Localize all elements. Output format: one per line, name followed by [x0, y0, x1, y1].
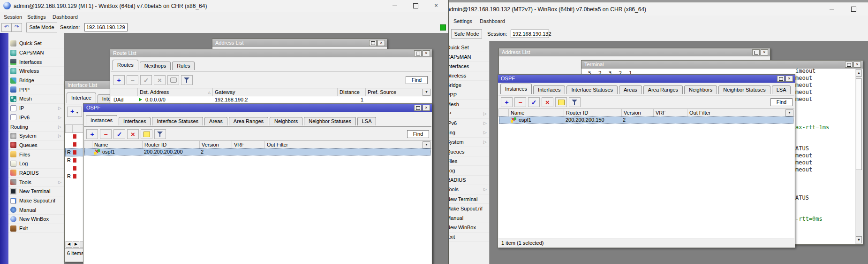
scroll-down-icon[interactable]: ▼ [856, 236, 862, 243]
disable-button[interactable]: × [154, 75, 166, 85]
maximize-button[interactable] [845, 4, 861, 14]
scrollbar-thumb[interactable] [856, 78, 862, 170]
restore-button[interactable] [414, 50, 422, 56]
window-titlebar[interactable]: OSPF [83, 104, 432, 112]
scroll-left-icon[interactable]: ◀ [66, 241, 72, 248]
comment-button[interactable] [555, 97, 567, 107]
window-titlebar[interactable]: Route List [110, 49, 432, 57]
close-icon[interactable]: × [377, 40, 385, 46]
table-row[interactable]: ospf1 200.200.200.200 2 [84, 148, 430, 155]
ospf-tab[interactable]: Areas [619, 85, 642, 94]
menu-session[interactable]: Session [4, 14, 22, 20]
sidebar-item[interactable]: Files ▷ [8, 150, 64, 159]
sidebar-item[interactable]: New Terminal ▷ [8, 187, 64, 196]
sidebar-item[interactable]: Interfaces ▷ [8, 57, 64, 67]
restore-button[interactable] [752, 49, 760, 55]
restore-button[interactable] [369, 40, 377, 46]
safe-mode-button[interactable]: Safe Mode [451, 29, 482, 39]
column-flags[interactable] [498, 109, 508, 116]
sidebar-item[interactable]: CAPsMAN ▷ [8, 48, 64, 58]
filter-button[interactable] [154, 129, 166, 139]
column-distance[interactable]: Distance [337, 88, 365, 96]
column-menu-icon[interactable]: ▼ [423, 141, 430, 148]
restore-button[interactable] [845, 62, 853, 68]
sidebar-item[interactable]: Manual ▷ [8, 205, 64, 215]
restore-button[interactable] [414, 105, 422, 111]
route-tab[interactable]: Routes [113, 60, 138, 70]
close-icon[interactable]: × [785, 76, 793, 82]
sidebar-item[interactable]: Mesh ▷ [8, 94, 64, 104]
column-router-id[interactable]: Router ID [564, 109, 621, 116]
safe-mode-button[interactable]: Safe Mode [26, 23, 57, 32]
window-titlebar[interactable]: OSPF [498, 75, 795, 83]
find-button[interactable]: Find [407, 130, 429, 138]
ospf-tab[interactable]: Instances [500, 84, 532, 94]
sidebar-item[interactable]: Quick Set ▷ [8, 39, 64, 48]
add-button[interactable]: + [86, 129, 98, 139]
scroll-up-icon[interactable]: ▲ [856, 70, 862, 77]
session-input[interactable]: 192.168.190.132 [511, 30, 549, 38]
column-flags[interactable] [111, 88, 137, 96]
remove-button[interactable]: − [127, 75, 138, 85]
redo-button[interactable]: ↷ [12, 23, 22, 32]
column-name[interactable]: Name [508, 109, 564, 116]
minimize-button[interactable] [824, 4, 840, 14]
ospf-tab[interactable]: Neighbor Statuses [304, 117, 356, 125]
menu-dashboard[interactable]: Dashboard [53, 14, 78, 20]
ospf-tab[interactable]: Area Ranges [643, 85, 683, 94]
close-icon[interactable]: × [853, 62, 861, 68]
route-tab[interactable]: Nexthops [140, 62, 171, 70]
column-version[interactable]: Version [621, 109, 653, 116]
session-input[interactable]: 192.168.190.129 [84, 23, 128, 31]
interface-tab[interactable]: Interface [67, 93, 96, 103]
ospf-tab[interactable]: LSA [357, 117, 377, 125]
column-flags[interactable] [65, 125, 72, 132]
sidebar-item[interactable]: PPP ▷ [8, 85, 64, 94]
ospf-tab[interactable]: Interface Statuses [566, 85, 618, 94]
close-icon[interactable]: × [423, 50, 430, 56]
column-menu-icon[interactable]: ▼ [423, 89, 430, 96]
enable-button[interactable]: ✓ [528, 97, 540, 107]
table-row[interactable]: ospf1 200.200.200.150 2 [499, 116, 793, 124]
menu-settings[interactable]: Settings [27, 14, 46, 20]
column-out-filter[interactable]: Out Filter [687, 109, 725, 116]
filter-button[interactable] [569, 97, 581, 107]
sidebar-item[interactable]: RADIUS ▷ [8, 169, 64, 178]
disable-button[interactable]: × [127, 129, 139, 139]
route-tab[interactable]: Rules [172, 62, 195, 70]
scroll-right-icon[interactable]: ▶ [73, 241, 79, 248]
add-button[interactable]: + [501, 97, 513, 107]
column-flags[interactable] [84, 141, 92, 148]
disable-button[interactable]: × [542, 97, 553, 107]
enable-button[interactable]: ✓ [113, 129, 125, 139]
remove-button[interactable]: − [100, 129, 112, 139]
add-button[interactable]: + [113, 75, 125, 85]
sidebar-item[interactable]: IPv6 ▷ [8, 113, 64, 123]
ospf-tab[interactable]: Neighbors [684, 85, 717, 94]
maximize-button[interactable] [408, 1, 423, 10]
titlebar[interactable]: admin@192.168.190.129 (MT1) - WinBox (64… [0, 0, 448, 12]
ospf-tab[interactable]: LSA [772, 85, 791, 94]
ospf-tab[interactable]: Instances [86, 115, 117, 125]
sidebar-item[interactable]: Wireless ▷ [8, 67, 64, 76]
column-out-filter[interactable]: Out Filter [264, 141, 303, 148]
close-button[interactable]: × [428, 1, 444, 10]
column-menu-icon[interactable]: ▼ [785, 109, 793, 116]
menu-settings[interactable]: Settings [453, 18, 472, 24]
sidebar-item[interactable]: New WinBox ▷ [8, 215, 64, 224]
ospf-tab[interactable]: Areas [204, 117, 227, 125]
sidebar-item[interactable]: Log ▷ [8, 159, 64, 169]
undo-button[interactable]: ↶ [1, 23, 12, 32]
ospf-tab[interactable]: Neighbor Statuses [718, 85, 770, 94]
titlebar[interactable]: admin@192.168.190.132 (MT2v7) - WinBox (… [432, 2, 868, 16]
column-router-id[interactable]: Router ID [142, 141, 199, 148]
menu-dashboard[interactable]: Dashboard [480, 18, 505, 24]
column-vrf[interactable]: VRF [653, 109, 687, 116]
remove-button[interactable]: − [514, 97, 526, 107]
column-name[interactable]: Name [92, 141, 142, 148]
ospf-tab[interactable]: Interfaces [119, 117, 151, 125]
find-button[interactable]: Find [770, 98, 793, 106]
sidebar-item[interactable]: Routing ▷ [8, 122, 64, 132]
ospf-tab[interactable]: Interfaces [533, 85, 565, 94]
window-titlebar[interactable]: Address List [499, 48, 770, 56]
